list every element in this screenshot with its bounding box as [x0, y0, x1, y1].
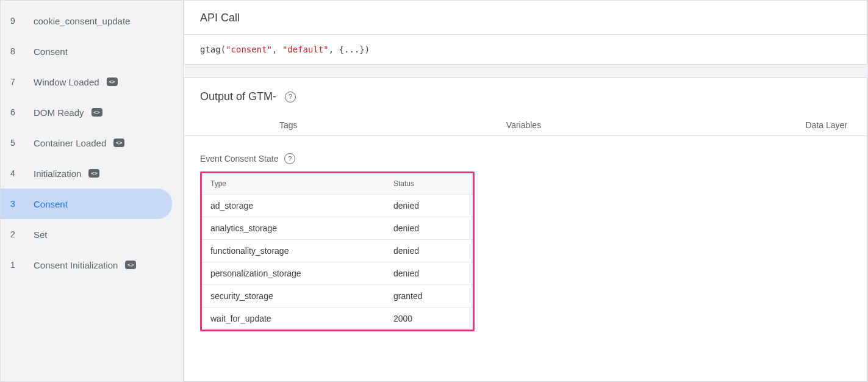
code-arg-obj: {...} — [339, 45, 365, 54]
cell-status: denied — [385, 262, 473, 285]
output-card: Output of GTM- ? Tags Variables Data Lay… — [184, 78, 867, 381]
sidebar-item-container-loaded[interactable]: 5Container Loaded<> — [1, 128, 172, 158]
help-icon[interactable]: ? — [284, 153, 295, 164]
sidebar-item-number: 6 — [10, 107, 31, 117]
table-row: security_storagegranted — [202, 285, 473, 308]
sidebar-item-dom-ready[interactable]: 6DOM Ready<> — [1, 97, 172, 128]
output-tabs: Tags Variables Data Layer — [184, 114, 867, 136]
sidebar-item-number: 5 — [10, 138, 31, 148]
cell-type: wait_for_update — [202, 308, 385, 330]
sidebar-item-number: 3 — [10, 199, 31, 209]
table-row: personalization_storagedenied — [202, 262, 473, 285]
tab-data-layer[interactable]: Data Layer — [671, 114, 851, 135]
help-icon[interactable]: ? — [285, 92, 296, 103]
sidebar-item-number: 1 — [10, 260, 31, 270]
event-sidebar: 9cookie_consent_update8Consent7Window Lo… — [1, 1, 184, 381]
cell-type: ad_storage — [202, 195, 385, 217]
sidebar-item-label: cookie_consent_update — [34, 16, 130, 26]
app-frame: 9cookie_consent_update8Consent7Window Lo… — [0, 0, 868, 382]
sidebar-item-label: Consent — [34, 46, 68, 57]
cell-status: 2000 — [385, 308, 473, 330]
sidebar-item-number: 4 — [10, 168, 31, 178]
code-fn: gtag — [200, 45, 221, 54]
tab-tags[interactable]: Tags — [200, 114, 376, 135]
sidebar-item-number: 2 — [10, 229, 31, 239]
cell-type: security_storage — [202, 285, 385, 308]
table-row: analytics_storagedenied — [202, 217, 473, 240]
cell-status: denied — [385, 217, 473, 240]
code-arg-consent: "consent" — [226, 45, 272, 54]
cell-type: analytics_storage — [202, 217, 385, 240]
sidebar-item-consent-initialization[interactable]: 1Consent Initialization<> — [1, 250, 172, 280]
sidebar-item-cookie-consent-update[interactable]: 9cookie_consent_update — [1, 5, 172, 36]
code-arg-default: "default" — [282, 45, 329, 54]
sidebar-item-window-loaded[interactable]: 7Window Loaded<> — [1, 67, 172, 97]
table-row: wait_for_update2000 — [202, 308, 473, 330]
consent-section-label: Event Consent State ? — [184, 136, 867, 171]
main-panel: API Call gtag("consent", "default", {...… — [184, 1, 867, 381]
table-row: functionality_storagedenied — [202, 240, 473, 262]
sidebar-item-number: 9 — [10, 16, 31, 26]
table-row: ad_storagedenied — [202, 195, 473, 217]
code-icon: <> — [91, 108, 102, 117]
th-status: Status — [385, 173, 473, 195]
sidebar-item-label: Consent Initialization — [34, 260, 118, 270]
code-icon: <> — [107, 77, 118, 86]
sidebar-item-consent[interactable]: 3Consent — [1, 189, 172, 219]
api-call-title: API Call — [184, 1, 867, 35]
sidebar-item-label: Set — [34, 229, 48, 240]
sidebar-item-number: 7 — [10, 77, 31, 87]
card-gap — [184, 65, 867, 78]
consent-table-highlight: Type Status ad_storagedeniedanalytics_st… — [200, 171, 475, 331]
cell-type: functionality_storage — [202, 240, 385, 262]
sidebar-item-set[interactable]: 2Set — [1, 219, 172, 250]
sidebar-item-label: Initialization — [34, 168, 81, 179]
sidebar-item-label: Window Loaded — [34, 77, 99, 87]
cell-type: personalization_storage — [202, 262, 385, 285]
consent-table: Type Status ad_storagedeniedanalytics_st… — [202, 173, 473, 330]
sidebar-item-initialization[interactable]: 4Initialization<> — [1, 158, 172, 189]
sidebar-item-consent[interactable]: 8Consent — [1, 36, 172, 67]
consent-tbody: ad_storagedeniedanalytics_storagedeniedf… — [202, 195, 473, 330]
api-call-code: gtag("consent", "default", {...}) — [184, 35, 867, 64]
output-title: Output of GTM- — [200, 90, 276, 103]
cell-status: denied — [385, 195, 473, 217]
code-icon: <> — [113, 139, 124, 147]
cell-status: granted — [385, 285, 473, 308]
th-type: Type — [202, 173, 385, 195]
sidebar-item-label: Container Loaded — [34, 138, 106, 148]
tab-variables[interactable]: Variables — [376, 114, 670, 135]
sidebar-item-label: Consent — [34, 199, 68, 209]
cell-status: denied — [385, 240, 473, 262]
api-call-card: API Call gtag("consent", "default", {...… — [184, 1, 867, 65]
code-icon: <> — [88, 169, 99, 178]
sidebar-item-label: DOM Ready — [34, 107, 84, 118]
output-header: Output of GTM- ? — [184, 78, 867, 114]
code-icon: <> — [125, 261, 136, 269]
sidebar-item-number: 8 — [10, 46, 31, 56]
